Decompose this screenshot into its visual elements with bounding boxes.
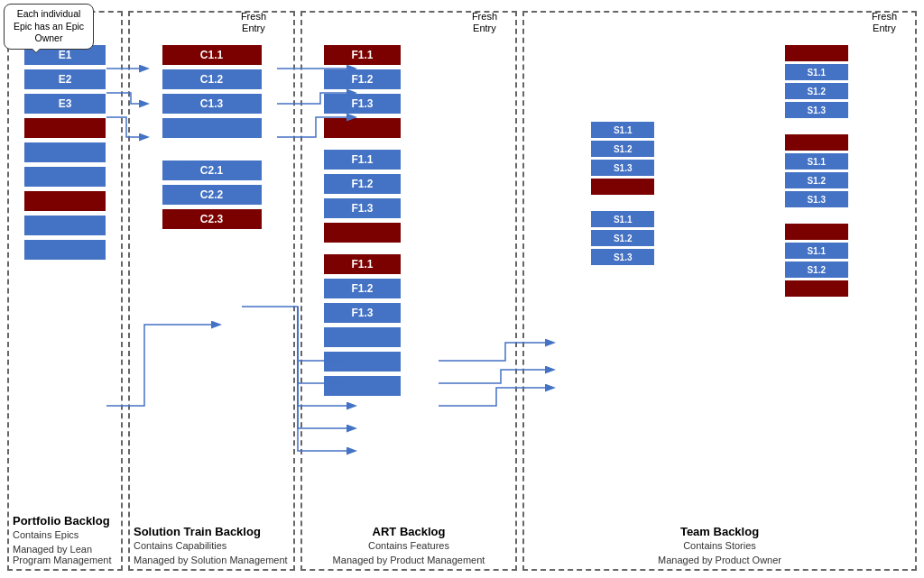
team-right-subcol: S1.1 S1.2 S1.3 S1.1 S1.2 S1.3 S1.1 xyxy=(722,45,912,299)
art-fresh-entry: FreshEntry xyxy=(472,11,497,34)
solution-subtitle: Contains Capabilities xyxy=(134,540,290,551)
block-team-r1-dr xyxy=(785,45,848,61)
block-art-F1.1-g2: F1.1 xyxy=(324,150,401,170)
art-title: ART Backlog xyxy=(306,525,512,538)
block-team-g3-S1.3: S1.3 xyxy=(591,249,654,265)
block-team-r1-S1.3: S1.3 xyxy=(785,102,848,118)
block-p4 xyxy=(24,118,106,138)
team-title: Team Backlog xyxy=(528,525,911,538)
speech-bubble: Each individual Epic has an Epic Owner xyxy=(4,4,94,50)
block-art-g1-4 xyxy=(324,118,401,138)
block-art-g3-5 xyxy=(324,352,401,372)
portfolio-title: Portfolio Backlog xyxy=(13,514,117,528)
block-art-F1.1-g3: F1.1 xyxy=(324,254,401,274)
block-p9 xyxy=(24,240,106,260)
block-team-left-S1.3: S1.3 xyxy=(591,160,654,176)
block-team-r3-dr1 xyxy=(785,224,848,240)
solution-managed: Managed by Solution Management xyxy=(134,555,290,565)
portfolio-footer: Portfolio Backlog Contains Epics Managed… xyxy=(13,514,117,565)
block-C2.3: C2.3 xyxy=(162,209,262,229)
block-C1.2: C1.2 xyxy=(162,69,262,89)
team-fresh-entry: FreshEntry xyxy=(872,11,897,34)
block-team-g3-S1.2: S1.2 xyxy=(591,230,654,246)
block-art-F1.2-g3: F1.2 xyxy=(324,279,401,298)
solution-fresh-entry: FreshEntry xyxy=(241,11,266,34)
solution-footer: Solution Train Backlog Contains Capabili… xyxy=(134,525,290,565)
block-p6 xyxy=(24,167,106,187)
block-team-left-dr xyxy=(591,179,654,195)
portfolio-column: E1 E2 E3 Portfolio Backlog Contains Epic… xyxy=(7,11,123,571)
page-container: Each individual Epic has an Epic Owner E… xyxy=(0,0,924,578)
block-art-F1.1-g1: F1.1 xyxy=(324,45,401,65)
block-C1.3: C1.3 xyxy=(162,94,262,114)
block-C1.4 xyxy=(162,118,262,138)
speech-bubble-text: Each individual Epic has an Epic Owner xyxy=(14,8,84,43)
team-left-subcol: S1.1 S1.2 S1.3 S1.1 S1.2 S1.3 xyxy=(528,45,718,299)
team-managed: Managed by Product Owner xyxy=(528,555,911,565)
art-footer: ART Backlog Contains Features Managed by… xyxy=(306,525,512,565)
block-team-r2-S1.1: S1.1 xyxy=(785,153,848,170)
block-art-F1.3-g1: F1.3 xyxy=(324,94,401,114)
block-team-r3-dr2 xyxy=(785,280,848,297)
block-E2: E2 xyxy=(24,69,106,89)
block-art-F1.2-g2: F1.2 xyxy=(324,174,401,194)
block-E3: E3 xyxy=(24,94,106,114)
portfolio-subtitle: Contains Epics xyxy=(13,529,117,540)
portfolio-managed: Managed by Lean Program Management xyxy=(13,544,117,565)
block-C2.2: C2.2 xyxy=(162,185,262,205)
team-column: FreshEntry S1.1 S1.2 S1.3 S1.1 xyxy=(522,11,917,571)
solution-title: Solution Train Backlog xyxy=(134,525,290,538)
block-art-F1.3-g3: F1.3 xyxy=(324,303,401,323)
block-team-r1-S1.2: S1.2 xyxy=(785,83,848,99)
block-team-g3-S1.1: S1.1 xyxy=(591,211,654,227)
art-column: FreshEntry F1.1 F1.2 F1.3 F1.1 F1.2 F1.3 xyxy=(300,11,517,571)
block-art-F1.2-g1: F1.2 xyxy=(324,69,401,89)
block-art-g3-6 xyxy=(324,376,401,396)
block-art-g3-4 xyxy=(324,327,401,347)
solution-column: FreshEntry C1.1 C1.2 C1.3 C2.1 C2.2 C2.3… xyxy=(128,11,295,571)
art-left: F1.1 F1.2 F1.3 F1.1 F1.2 F1.3 F1.1 F1.2 … xyxy=(306,45,512,400)
block-team-r3-S1.2: S1.2 xyxy=(785,261,848,278)
art-subtitle: Contains Features xyxy=(306,540,512,551)
team-subtitle: Contains Stories xyxy=(528,540,911,551)
block-art-g2-4 xyxy=(324,223,401,243)
block-p8 xyxy=(24,216,106,235)
block-p7 xyxy=(24,191,106,211)
block-art-F1.3-g2: F1.3 xyxy=(324,198,401,218)
block-team-left-S1.2: S1.2 xyxy=(591,141,654,157)
block-team-r3-S1.1: S1.1 xyxy=(785,243,848,259)
block-C2.1: C2.1 xyxy=(162,161,262,180)
block-team-left-S1.1: S1.1 xyxy=(591,122,654,138)
block-team-r2-S1.3: S1.3 xyxy=(785,191,848,207)
team-footer: Team Backlog Contains Stories Managed by… xyxy=(528,525,911,565)
art-managed: Managed by Product Management xyxy=(306,555,512,565)
block-team-r1-S1.1: S1.1 xyxy=(785,64,848,80)
block-C1.1: C1.1 xyxy=(162,45,262,65)
block-p5 xyxy=(24,142,106,162)
block-team-r2-dr xyxy=(785,134,848,151)
block-team-r2-S1.2: S1.2 xyxy=(785,172,848,188)
